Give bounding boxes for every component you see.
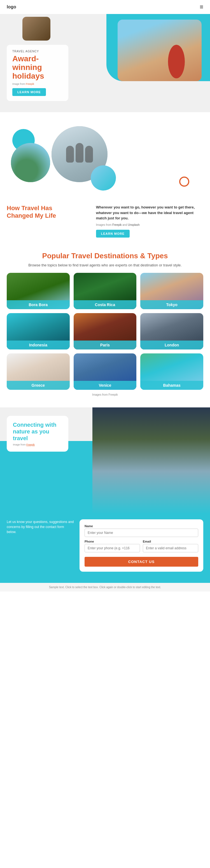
hero-section: TRAVEL AGENCY Award-winning holidays Ima… [0,14,210,112]
destinations-grid: Bora Bora Costa Rica Tokyo Indonesia Par… [7,273,203,390]
phone-col: Phone [85,540,140,552]
destinations-heading: Popular Travel Destinations & Types [7,252,203,260]
person-silhouette-3 [85,146,93,162]
dest-card-label-0: Bora Bora [7,300,70,309]
contact-left: Let us know your questions, suggestions … [7,519,74,534]
dest-card-label-2: Tokyo [140,300,203,309]
travel-section: How Travel Has Changed My Life Wherever … [0,112,210,243]
name-field-row: Name [85,524,198,537]
freepik-link[interactable]: Freepik [26,83,34,85]
group-circle-image [52,126,108,182]
nature-heading: Connecting with nature as you travel [13,422,62,441]
destination-card-venice[interactable]: Venice [73,353,137,390]
phone-email-row: Phone Email [85,540,198,552]
destination-card-paris[interactable]: Paris [73,313,137,349]
travel-credits: Images from Freepik and Unsplash [96,223,203,226]
travel-heading: How Travel Has Changed My Life [7,205,89,219]
unsplash-link[interactable]: Unsplash [128,223,140,226]
destination-card-indonesia[interactable]: Indonesia [7,313,70,349]
hero-learn-more-button[interactable]: LEARN MORE [12,88,46,96]
phone-label: Phone [85,540,140,543]
name-label: Name [85,524,198,528]
email-col: Email [143,540,198,552]
people-group [52,126,108,182]
nature-credit: Image from Freepik [13,443,62,446]
destinations-credits: Images from Freepik [7,393,203,396]
nature-freepik-link[interactable]: Freepik [26,443,35,446]
destination-card-costa-rica[interactable]: Costa Rica [73,273,137,309]
contact-description: Let us know your questions, suggestions … [7,519,74,534]
agency-label: TRAVEL AGENCY [12,50,63,53]
dest-card-label-5: London [140,341,203,349]
travel-left-content: How Travel Has Changed My Life [7,205,89,219]
destinations-description: Browse the topics below to find travel a… [7,263,203,267]
footer: Sample text. Click to select the text bo… [0,583,210,592]
email-input[interactable] [143,544,198,552]
beach-circle-image [11,143,50,182]
hero-rock-image [22,17,51,40]
freepik-link-2[interactable]: Freepik [112,223,122,226]
dest-card-label-1: Costa Rica [73,300,137,309]
nature-background-image [92,407,210,514]
hamburger-menu-icon[interactable]: ≡ [200,3,203,11]
dest-card-label-6: Greece [7,381,70,390]
travel-description: Wherever you want to go, however you wan… [96,205,203,221]
dest-card-label-4: Paris [73,341,137,349]
hero-title: Award-winning holidays [12,55,63,80]
travel-circles [7,121,203,199]
nature-section: Connecting with nature as you travel Ima… [0,407,210,514]
hero-content-card: TRAVEL AGENCY Award-winning holidays Ima… [7,45,68,101]
travel-learn-more-button[interactable]: LEARN MORE [96,230,130,238]
travel-content: How Travel Has Changed My Life Wherever … [7,205,203,238]
hero-main-image [118,20,202,81]
person-silhouette-1 [66,146,74,162]
travel-right-content: Wherever you want to go, however you wan… [96,205,203,238]
destinations-section: Popular Travel Destinations & Types Brow… [0,243,210,402]
destination-card-greece[interactable]: Greece [7,353,70,390]
dest-card-label-3: Indonesia [7,341,70,349]
header: logo ≡ [0,0,210,14]
contact-section: Let us know your questions, suggestions … [0,514,210,583]
footer-note: Sample text. Click to select the text bo… [49,586,161,589]
email-label: Email [143,540,198,543]
orange-ring-decoration [179,177,189,187]
contact-submit-button[interactable]: CONTACT US [85,557,198,567]
contact-inner: Let us know your questions, suggestions … [7,519,203,572]
hero-image-credit: Image from Freepik [12,83,63,85]
name-input[interactable] [85,529,198,537]
logo: logo [7,4,16,9]
dest-card-label-7: Venice [73,381,137,390]
dest-card-label-8: Bahamas [140,381,203,390]
destination-card-bora-bora[interactable]: Bora Bora [7,273,70,309]
phone-input[interactable] [85,544,140,552]
person-silhouette-2 [76,143,84,162]
destination-card-tokyo[interactable]: Tokyo [140,273,203,309]
nature-content-card: Connecting with nature as you travel Ima… [7,416,68,452]
destination-card-bahamas[interactable]: Bahamas [140,353,203,390]
contact-form: Name Phone Email CONTACT US [80,519,203,572]
destination-card-london[interactable]: London [140,313,203,349]
